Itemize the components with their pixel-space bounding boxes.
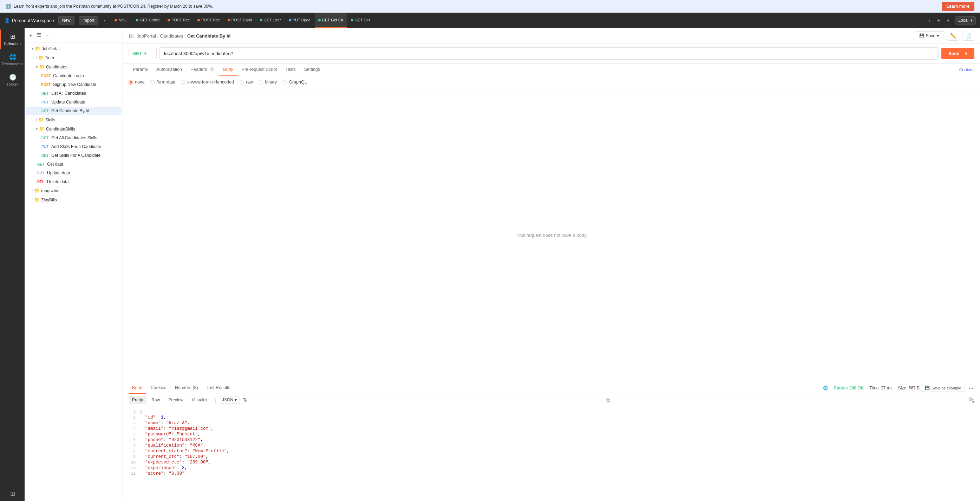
collections-icon: ⊞ — [10, 33, 15, 40]
request-add-skills[interactable]: PUT Add Skills For a Candidate — [26, 143, 121, 151]
breadcrumb-sep-2: / — [185, 33, 186, 39]
response-area: Body Cookies Headers (8) Test Results 🌐 … — [123, 382, 980, 501]
json-line-11: 11 "experience": 3, — [123, 465, 980, 471]
radio-none — [129, 80, 133, 84]
folder-candidates[interactable]: ▾ 📁 Candidates — [26, 62, 121, 71]
method-badge-get: GET — [40, 153, 50, 158]
copy-button[interactable]: ⧉ — [606, 397, 610, 403]
format-separator: | — [215, 398, 216, 403]
request-list-candidates[interactable]: GET List All Candidates — [26, 89, 121, 98]
request-candidate-login[interactable]: POST Candidate Login — [26, 71, 121, 80]
tab-dot-2 — [136, 19, 138, 21]
url-input[interactable] — [159, 48, 939, 60]
workspace-name: 👤 Personal Workspace — [4, 18, 54, 23]
method-selector[interactable]: GET ▾ — [129, 48, 157, 59]
tab-authorization[interactable]: Authorization — [152, 63, 186, 76]
format-preview-button[interactable]: Preview — [165, 396, 187, 404]
request-get-skills-for-candidate[interactable]: GET Get Skills For A Candidate — [26, 151, 121, 160]
tab-dot-6 — [260, 19, 262, 21]
request-get-candidate-by-id[interactable]: GET Get Candidate By Id — [26, 107, 121, 115]
body-option-graphql[interactable]: GraphQL — [282, 80, 307, 84]
json-response-body: 1 { 2 "id": 1, 3 "name": "Riaz A", 4 "em… — [123, 406, 980, 501]
body-option-urlencoded[interactable]: x-www-form-urlencoded — [181, 80, 234, 84]
format-pretty-button[interactable]: Pretty — [129, 396, 146, 404]
collection-magazine[interactable]: › 📁 magazine — [26, 186, 121, 195]
tab-prerequest[interactable]: Pre-request Script — [237, 63, 282, 76]
save-example-button[interactable]: 💾 Save as example — [921, 384, 965, 392]
request-type-icon: ⊞ — [129, 32, 134, 40]
tab-3[interactable]: POST Rec — [164, 13, 193, 28]
environments-icon: 🌐 — [9, 53, 16, 61]
import-button[interactable]: Import — [79, 16, 99, 25]
request-signup-candidate[interactable]: POST Signup New Candidate — [26, 80, 121, 89]
body-option-none[interactable]: none — [129, 80, 145, 84]
search-button[interactable]: 🔍 — [969, 397, 974, 403]
folder-auth[interactable]: › 📁 Auth — [26, 53, 121, 62]
res-tab-body[interactable]: Body — [129, 382, 146, 394]
json-line-5: 5 "password": "hemant", — [123, 431, 980, 437]
new-tab-button[interactable]: + — [936, 16, 941, 25]
filter-icon-button[interactable]: ⇅ — [243, 397, 247, 403]
chevron-down-icon: ▾ — [32, 47, 33, 51]
tab-5[interactable]: POST Cand — [224, 13, 256, 28]
send-button[interactable]: Send ▾ — [941, 48, 974, 59]
collection-zipybills[interactable]: › 📁 ZipyBills — [26, 195, 121, 204]
tab-dropdown-button[interactable]: ▾ — [946, 16, 951, 25]
folder-candidate-skills[interactable]: ▾ 📁 CandidateSkills — [26, 125, 121, 133]
folder-skills[interactable]: › 📁 Skills — [26, 116, 121, 124]
sidebar-history-icon[interactable]: 🕐 History — [0, 70, 25, 90]
tab-2[interactable]: GET Untitle — [132, 13, 163, 28]
tab-headers[interactable]: Headers 7 — [186, 63, 219, 76]
tab-params[interactable]: Params — [129, 63, 152, 76]
json-format-selector[interactable]: JSON ▾ — [219, 396, 240, 404]
sidebar-explorer-icon[interactable]: ⊞ — [0, 487, 25, 501]
breadcrumb-jobportal: JobPortal — [137, 33, 156, 39]
tab-1[interactable]: Nev... — [111, 13, 132, 28]
request-update-data[interactable]: PUT Update data — [26, 169, 121, 177]
res-tab-cookies[interactable]: Cookies — [147, 382, 170, 394]
res-tab-test-results[interactable]: Test Results — [203, 382, 234, 394]
tab-tests[interactable]: Tests — [282, 63, 300, 76]
chevron-right-icon: › — [36, 56, 37, 60]
save-button[interactable]: 💾 Save ▾ — [914, 31, 944, 40]
tab-settings[interactable]: Settings — [300, 63, 324, 76]
sidebar-collections-icon[interactable]: ⊞ Collections — [0, 30, 25, 49]
request-get-data[interactable]: GET Get data — [26, 160, 121, 168]
sidebar-environments-icon[interactable]: 🌐 Environments — [0, 50, 25, 70]
format-visualize-button[interactable]: Visualize — [188, 396, 212, 404]
request-delete-data[interactable]: DEL Delete data — [26, 178, 121, 186]
json-line-12: 12 "score": "0.00" — [123, 471, 980, 476]
tab-4[interactable]: POST Rec — [194, 13, 223, 28]
cookies-link[interactable]: Cookies — [959, 67, 974, 72]
main-content: ⊞ Collections 🌐 Environments 🕐 History ⊞… — [0, 28, 980, 501]
collection-jobportal[interactable]: ▾ 📁 JobPortal — [26, 44, 121, 53]
learn-more-button[interactable]: Learn more — [942, 2, 974, 11]
chevron-down-icon: ▾ — [970, 18, 973, 23]
response-more-button[interactable]: ··· — [968, 384, 974, 392]
breadcrumb: ⊞ JobPortal / Candidates / Get Candidate… — [123, 28, 980, 44]
tab-8[interactable]: GET Get Ca — [315, 13, 347, 28]
res-tab-headers[interactable]: Headers (8) — [172, 382, 202, 394]
body-option-raw[interactable]: raw — [240, 80, 253, 84]
tab-7[interactable]: PUT Upda — [285, 13, 314, 28]
tab-next-button[interactable]: › — [927, 16, 932, 25]
filter-button[interactable]: ☰ — [35, 31, 42, 39]
share-button[interactable]: 📄 — [962, 31, 974, 41]
tab-body[interactable]: Body — [219, 63, 237, 76]
request-update-candidate[interactable]: PUT Update Candidate — [26, 98, 121, 106]
body-option-form-data[interactable]: form-data — [150, 80, 176, 84]
format-raw-button[interactable]: Raw — [148, 396, 163, 404]
new-button[interactable]: New — [58, 16, 75, 25]
tab-6[interactable]: GET List / — [256, 13, 285, 28]
folder-icon: 📁 — [39, 126, 45, 132]
tab-9[interactable]: GET Get — [347, 13, 373, 28]
request-get-all-candidates-skills[interactable]: GET Get All Candidates Skills — [26, 134, 121, 142]
tab-prev-button[interactable]: ‹ — [103, 16, 107, 25]
more-options-button[interactable]: ··· — [44, 31, 51, 39]
environment-selector[interactable]: Local ▾ — [955, 16, 976, 25]
send-dropdown-icon[interactable]: ▾ — [962, 51, 967, 56]
body-option-binary[interactable]: binary — [259, 80, 277, 84]
announcement-icon: ℹ️ — [6, 4, 11, 9]
edit-button[interactable]: ✏️ — [947, 31, 959, 41]
add-collection-button[interactable]: + — [28, 31, 33, 39]
